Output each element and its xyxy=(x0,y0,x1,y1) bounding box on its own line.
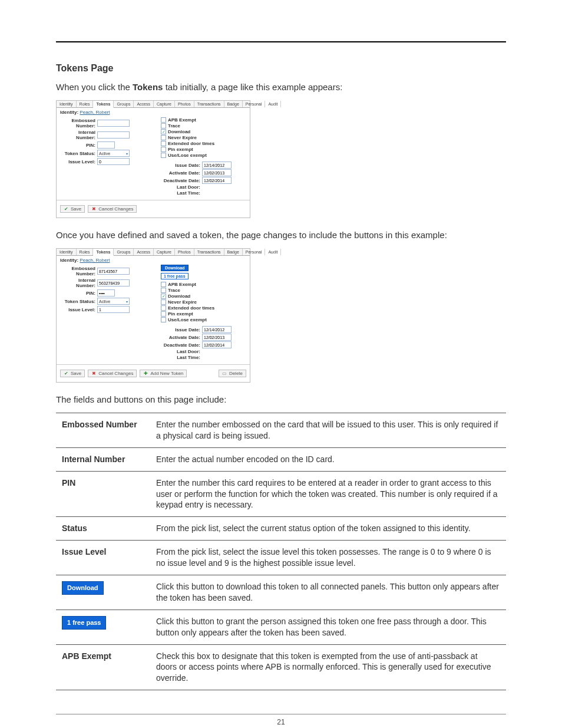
definition-desc: Enter the number this card requires to b… xyxy=(150,471,506,517)
cb-label-apb: APB Exempt xyxy=(168,117,196,123)
tab-photos-b[interactable]: Photos xyxy=(175,249,194,255)
tab-access[interactable]: Access xyxy=(134,101,154,107)
table-row: Issue LevelFrom the pick list, select th… xyxy=(56,541,506,575)
issuedate-input-b[interactable] xyxy=(202,326,232,333)
label-lastdoor-b: Last Door: xyxy=(161,349,202,354)
tab-transactions-b[interactable]: Transactions xyxy=(194,249,224,255)
cb-label-neverexpire: Never Expire xyxy=(168,135,197,140)
definition-desc: Click this button to grant the person as… xyxy=(150,610,506,644)
checkbox-apb[interactable] xyxy=(161,117,166,123)
checkbox-extdoor-b[interactable] xyxy=(161,305,166,311)
addnew-button[interactable]: ✚Add New Token xyxy=(140,370,187,377)
check-icon: ✔ xyxy=(64,206,69,212)
checkbox-trace[interactable] xyxy=(161,123,166,129)
tab-photos[interactable]: Photos xyxy=(175,101,194,107)
x-icon: ✖ xyxy=(91,206,97,212)
tab-roles[interactable]: Roles xyxy=(77,101,94,107)
label-pin-b: PIN: xyxy=(59,291,97,296)
issue-input[interactable] xyxy=(97,158,130,165)
tab-access-b[interactable]: Access xyxy=(134,249,154,255)
checkbox-uselose-b[interactable] xyxy=(161,317,166,322)
tab-personal-b[interactable]: Personal xyxy=(243,249,266,255)
page-footer: 21 xyxy=(56,714,506,726)
label-issue-b: Issue Level: xyxy=(59,307,97,312)
checkbox-download-b[interactable]: ✓ xyxy=(161,294,166,299)
mid-paragraph: Once you have defined and saved a token,… xyxy=(56,229,506,241)
checkbox-neverexpire-b[interactable] xyxy=(161,299,166,305)
tab-badge-b[interactable]: Badge xyxy=(224,249,243,255)
tab-tokens[interactable]: Tokens xyxy=(93,101,114,108)
pin-input[interactable] xyxy=(97,141,115,149)
tab-transactions[interactable]: Transactions xyxy=(194,101,224,107)
checkbox-trace-b[interactable] xyxy=(161,288,166,293)
checkbox-uselose[interactable] xyxy=(161,153,166,158)
label-issuedate: Issue Date: xyxy=(161,163,202,168)
tab-identity[interactable]: Identity xyxy=(57,101,77,107)
checkbox-neverexpire[interactable] xyxy=(161,135,166,140)
issue-input-b[interactable] xyxy=(97,306,130,313)
definition-term: APB Exempt xyxy=(56,644,150,690)
label-status-b: Token Status: xyxy=(59,299,97,304)
save-button-b[interactable]: ✔Save xyxy=(60,370,85,377)
pin-input-b[interactable] xyxy=(97,289,115,297)
check-icon: ✔ xyxy=(64,371,69,376)
table-row: StatusFrom the pick list, select the cur… xyxy=(56,517,506,541)
internal-input-b[interactable] xyxy=(97,279,130,286)
divider-b xyxy=(57,364,250,365)
tab-audit[interactable]: Audit xyxy=(265,101,281,107)
table-row: APB ExemptCheck this box to designate th… xyxy=(56,644,506,690)
status-select[interactable]: Active▾ xyxy=(97,150,130,157)
save-button[interactable]: ✔Save xyxy=(60,205,85,213)
checkbox-extdoor[interactable] xyxy=(161,141,166,146)
cancel-button[interactable]: ✖Cancel Changes xyxy=(88,205,137,213)
cancel-button-b[interactable]: ✖Cancel Changes xyxy=(88,370,137,377)
x-icon: ✖ xyxy=(91,371,97,376)
cb-label-download: Download xyxy=(168,129,190,134)
label-deactivate-b: Deactivate Date: xyxy=(161,342,202,348)
embossed-input[interactable] xyxy=(97,120,130,127)
table-row: PINEnter the number this card requires t… xyxy=(56,471,506,517)
label-issuedate-b: Issue Date: xyxy=(161,327,202,332)
status-select-b[interactable]: Active▾ xyxy=(97,298,130,305)
identity-link-b[interactable]: Peach, Robert xyxy=(80,258,110,263)
definition-term: Embossed Number xyxy=(56,413,150,448)
definition-term: Status xyxy=(56,517,150,541)
freepass-button[interactable]: 1 free pass xyxy=(161,273,189,279)
tab-identity-b[interactable]: Identity xyxy=(57,249,77,255)
chevron-down-icon: ▾ xyxy=(126,151,128,156)
deactivate-input[interactable] xyxy=(202,177,232,184)
activate-input-b[interactable] xyxy=(202,334,232,341)
tab-tokens-b[interactable]: Tokens xyxy=(93,249,114,256)
delete-button[interactable]: ▭Delete xyxy=(219,370,246,377)
label-internal-b: Internal Number: xyxy=(59,278,97,288)
deactivate-input-b[interactable] xyxy=(202,341,232,348)
tab-capture-b[interactable]: Capture xyxy=(154,249,175,255)
tab-roles-b[interactable]: Roles xyxy=(77,249,94,255)
tab-personal[interactable]: Personal xyxy=(243,101,266,107)
table-row: Embossed NumberEnter the number embossed… xyxy=(56,413,506,448)
checkbox-apb-b[interactable] xyxy=(161,282,166,287)
internal-input[interactable] xyxy=(97,131,130,139)
activate-input[interactable] xyxy=(202,169,232,176)
download-button[interactable]: Download xyxy=(161,265,189,271)
tab-groups[interactable]: Groups xyxy=(114,101,134,107)
identity-line-b: Identity: Peach, Robert xyxy=(57,256,250,265)
intro-bold: Tokens xyxy=(133,82,163,92)
fields-intro: The fields and buttons on this page incl… xyxy=(56,393,506,406)
table-row: 1 free passClick this button to grant th… xyxy=(56,610,506,644)
embossed-input-b[interactable] xyxy=(97,268,130,275)
top-rule xyxy=(56,41,506,42)
tab-capture[interactable]: Capture xyxy=(154,101,175,107)
checkbox-download[interactable]: ✓ xyxy=(161,129,166,134)
cb-label-extdoor-b: Extended door times xyxy=(168,305,214,311)
issuedate-input[interactable] xyxy=(202,162,232,169)
tab-audit-b[interactable]: Audit xyxy=(265,249,281,255)
checkbox-pinexempt-b[interactable] xyxy=(161,311,166,317)
tab-groups-b[interactable]: Groups xyxy=(114,249,134,255)
identity-link[interactable]: Peach, Robert xyxy=(80,110,110,115)
tab-badge[interactable]: Badge xyxy=(224,101,243,107)
cb-label-extdoor: Extended door times xyxy=(168,141,214,146)
checkbox-pinexempt[interactable] xyxy=(161,147,166,152)
label-activate-b: Activate Date: xyxy=(161,335,202,340)
label-embossed: Embossed Number: xyxy=(59,118,97,129)
